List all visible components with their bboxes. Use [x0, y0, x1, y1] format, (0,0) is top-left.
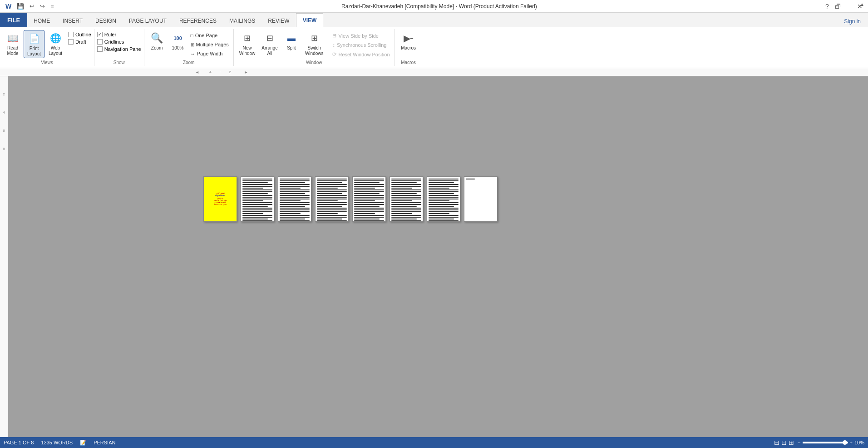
one-page-button[interactable]: □ One Page — [189, 32, 231, 39]
gridlines-checkbox-box — [97, 39, 103, 45]
line — [429, 204, 459, 205]
line — [391, 186, 421, 187]
cover-phone: 09۲۲۷۳۳۴۵۶ تماس — [206, 204, 235, 206]
page-width-label: Page Width — [197, 51, 223, 56]
tab-references[interactable]: REFERENCES — [173, 14, 223, 27]
page-thumb-5[interactable] — [352, 176, 386, 222]
page-thumb-3[interactable] — [278, 176, 311, 222]
zoom-in-button[interactable]: + — [850, 440, 853, 445]
print-layout-button[interactable]: 📄 PrintLayout — [24, 30, 44, 58]
tab-design[interactable]: DESIGN — [89, 14, 123, 27]
line — [391, 193, 417, 194]
zoom100-label: 100% — [172, 45, 184, 51]
new-window-button[interactable]: ⊞ NewWindow — [237, 30, 258, 57]
page-thumb-4[interactable] — [315, 176, 349, 222]
status-bar: PAGE 1 OF 8 1335 WORDS 📝 PERSIAN ⊟ ⊡ ⊞ −… — [0, 437, 868, 448]
restore-button[interactable]: 🗗 — [833, 2, 843, 11]
line — [317, 199, 347, 199]
ruler-checkbox[interactable]: Ruler — [97, 32, 141, 37]
line — [280, 180, 310, 181]
line — [354, 188, 375, 189]
print-view-icon[interactable]: ⊟ — [774, 439, 779, 446]
gridlines-checkbox[interactable]: Gridlines — [97, 39, 141, 45]
line — [354, 179, 384, 179]
line — [242, 208, 272, 209]
view-side-by-side-button[interactable]: ⊟ View Side by Side — [330, 32, 391, 40]
zoom-icon: 🔍 — [150, 31, 164, 45]
signin-button[interactable]: Sign in — [837, 15, 868, 27]
tab-row: FILE HOME INSERT DESIGN PAGE LAYOUT REFE… — [0, 13, 868, 27]
tab-insert[interactable]: INSERT — [56, 14, 89, 27]
line — [354, 197, 384, 198]
horizontal-ruler: ◄ · 4 · 2 · ► — [0, 68, 868, 76]
split-button[interactable]: ▬ Split — [281, 30, 301, 57]
page-thumb-2[interactable] — [241, 176, 274, 222]
line — [391, 184, 421, 185]
save-button[interactable]: 💾 — [15, 2, 26, 10]
page-thumb-1[interactable]: تحقیق آنلاین tahqiqhonline.ir جامع دانلو… — [203, 176, 237, 222]
line — [391, 180, 421, 181]
navpane-checkbox[interactable]: Navigation Pane — [97, 46, 141, 52]
new-window-label: NewWindow — [239, 45, 256, 56]
reset-window-button[interactable]: ⟳ Reset Window Position — [330, 50, 391, 58]
split-label: Split — [287, 45, 296, 51]
tab-review[interactable]: REVIEW — [261, 14, 296, 27]
zoom-out-button[interactable]: − — [798, 440, 800, 445]
zoom100-button[interactable]: 100 100% — [168, 30, 188, 52]
line — [317, 217, 347, 218]
redo-button[interactable]: ↪ — [38, 2, 47, 10]
line — [317, 211, 347, 212]
ruler-marks: · 4 · 2 · — [200, 70, 244, 74]
line — [429, 197, 459, 198]
arrange-all-button[interactable]: ⊟ ArrangeAll — [259, 30, 281, 57]
line — [280, 188, 301, 189]
page-thumb-6[interactable] — [390, 176, 423, 222]
line — [391, 206, 417, 207]
minimize-button[interactable]: — — [844, 2, 853, 11]
line — [317, 209, 347, 210]
cover-title: تحقیق آنلاین — [206, 192, 235, 194]
one-page-icon: □ — [191, 33, 193, 38]
switch-windows-button[interactable]: ⊞ SwitchWindows — [302, 30, 326, 57]
customize-qat[interactable]: ≡ — [49, 2, 56, 10]
line — [429, 195, 459, 196]
page5-content — [353, 177, 385, 222]
tab-mailings[interactable]: MAILINGS — [223, 14, 261, 27]
tab-file[interactable]: FILE — [0, 13, 27, 27]
undo-button[interactable]: ↩ — [28, 2, 36, 10]
web-view-icon[interactable]: ⊡ — [781, 439, 787, 446]
line — [391, 191, 421, 192]
line — [354, 195, 384, 196]
draft-checkbox[interactable]: Draft — [68, 39, 91, 45]
tab-home[interactable]: HOME — [27, 14, 56, 27]
page-thumb-8[interactable] — [464, 176, 498, 222]
line — [429, 208, 459, 209]
sync-scrolling-button[interactable]: ↕ Synchronous Scrolling — [330, 41, 391, 49]
page-thumb-7[interactable] — [427, 176, 460, 222]
macros-button[interactable]: ▶━ Macros — [398, 30, 419, 52]
help-button[interactable]: ? — [823, 2, 832, 11]
page-cover-content: تحقیق آنلاین tahqiqhonline.ir جامع دانلو… — [204, 177, 237, 221]
zoom-button[interactable]: 🔍 Zoom — [147, 30, 167, 52]
line — [391, 197, 421, 198]
zoom-group-label: Zoom — [183, 60, 195, 66]
web-layout-button[interactable]: 🌐 WebLayout — [45, 30, 65, 57]
line — [354, 200, 375, 201]
line — [242, 211, 272, 212]
zoom-slider[interactable] — [803, 442, 848, 443]
collapse-ribbon-button[interactable]: ▲ — [860, 2, 864, 7]
read-view-icon[interactable]: ⊞ — [789, 439, 794, 446]
tab-view[interactable]: VIEW — [296, 13, 324, 27]
line — [429, 199, 459, 199]
outline-label: Outline — [75, 32, 91, 37]
tab-pagelayout[interactable]: PAGE LAYOUT — [123, 14, 173, 27]
document-area: تحقیق آنلاین tahqiqhonline.ir جامع دانلو… — [8, 76, 868, 437]
multiple-pages-button[interactable]: ⊞ Multiple Pages — [189, 41, 231, 48]
line — [354, 184, 384, 185]
page-width-button[interactable]: ↔ Page Width — [189, 50, 231, 57]
line — [280, 197, 310, 198]
read-mode-button[interactable]: 📖 ReadMode — [3, 30, 23, 57]
line — [280, 211, 310, 212]
outline-checkbox[interactable]: Outline — [68, 32, 91, 37]
line — [242, 179, 272, 179]
